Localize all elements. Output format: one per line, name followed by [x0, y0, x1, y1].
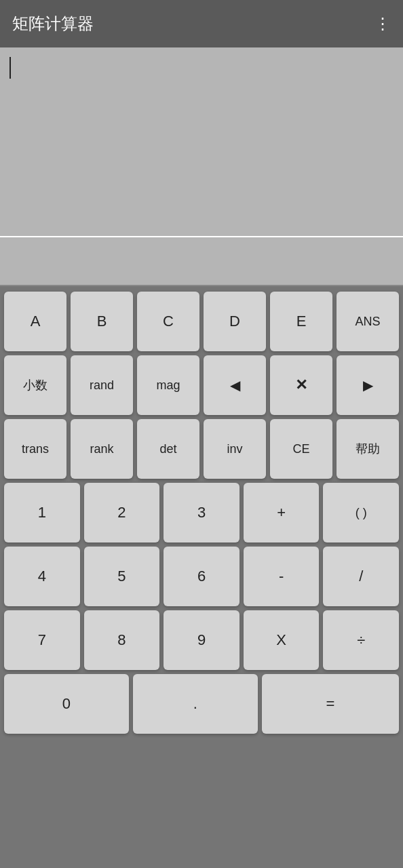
key-d[interactable]: D — [204, 292, 266, 351]
key-8[interactable]: 8 — [84, 610, 160, 670]
keyboard-row-3: trans rank det inv CE 帮助 — [4, 419, 399, 479]
bottom-padding — [0, 804, 403, 868]
keyboard-row-2: 小数 rand mag ◀ ✕ ▶ — [4, 355, 399, 415]
key-0[interactable]: 0 — [4, 674, 129, 734]
keyboard-row-6: 7 8 9 X ÷ — [4, 610, 399, 670]
key-3[interactable]: 3 — [164, 483, 239, 542]
keyboard-row-5: 4 5 6 - / — [4, 547, 399, 606]
key-delete[interactable]: ✕ — [270, 355, 332, 415]
key-9[interactable]: 9 — [164, 610, 239, 670]
keyboard-row-1: A B C D E ANS — [4, 292, 399, 351]
app-header: 矩阵计算器 ⋮ — [0, 0, 403, 47]
key-left-arrow[interactable]: ◀ — [204, 355, 266, 415]
key-equals[interactable]: = — [262, 674, 399, 734]
key-6[interactable]: 6 — [164, 547, 239, 606]
key-ans[interactable]: ANS — [337, 292, 399, 351]
key-a[interactable]: A — [4, 292, 66, 351]
key-minus[interactable]: - — [244, 547, 320, 606]
key-ce[interactable]: CE — [270, 419, 332, 479]
key-mag[interactable]: mag — [137, 355, 199, 415]
text-cursor — [9, 57, 11, 79]
key-decimal[interactable]: 小数 — [4, 355, 66, 415]
key-c[interactable]: C — [137, 292, 199, 351]
app-title: 矩阵计算器 — [12, 13, 94, 35]
key-integer-divide[interactable]: ÷ — [323, 610, 399, 670]
key-rand[interactable]: rand — [71, 355, 133, 415]
key-help[interactable]: 帮助 — [337, 419, 399, 479]
keyboard: A B C D E ANS 小数 rand mag ◀ ✕ ▶ trans ra… — [0, 286, 403, 804]
key-divide[interactable]: / — [323, 547, 399, 606]
key-paren[interactable]: ( ) — [323, 483, 399, 542]
key-dot[interactable]: . — [133, 674, 258, 734]
key-plus[interactable]: + — [244, 483, 320, 542]
key-det[interactable]: det — [137, 419, 199, 479]
key-e[interactable]: E — [270, 292, 332, 351]
key-1[interactable]: 1 — [4, 483, 80, 542]
key-2[interactable]: 2 — [84, 483, 160, 542]
key-rank[interactable]: rank — [71, 419, 133, 479]
key-inv[interactable]: inv — [204, 419, 266, 479]
key-7[interactable]: 7 — [4, 610, 80, 670]
more-options-icon[interactable]: ⋮ — [375, 14, 391, 33]
key-b[interactable]: B — [71, 292, 133, 351]
key-4[interactable]: 4 — [4, 547, 80, 606]
key-trans[interactable]: trans — [4, 419, 66, 479]
keyboard-row-4: 1 2 3 + ( ) — [4, 483, 399, 542]
main-display[interactable] — [0, 47, 403, 237]
key-right-arrow[interactable]: ▶ — [337, 355, 399, 415]
keyboard-row-7: 0 . = — [4, 674, 399, 734]
key-multiply[interactable]: X — [244, 610, 320, 670]
display-area — [0, 47, 403, 286]
key-5[interactable]: 5 — [84, 547, 160, 606]
secondary-display — [0, 237, 403, 286]
